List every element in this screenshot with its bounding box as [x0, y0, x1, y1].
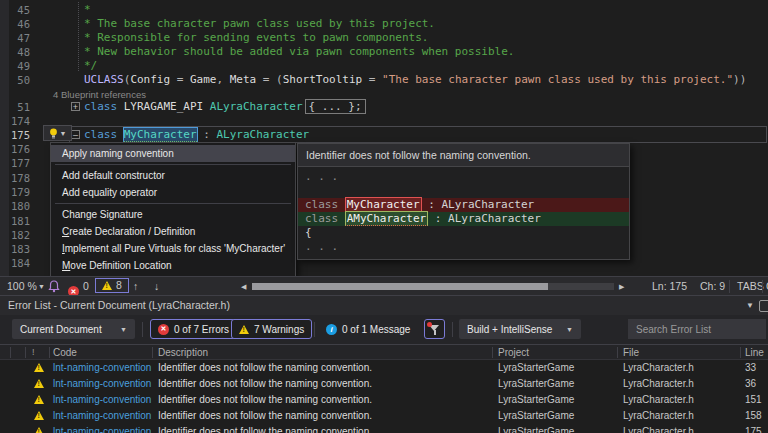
error-code-link[interactable]: lnt-naming-convention [53, 408, 151, 424]
line-number: 46 [0, 17, 30, 31]
zoom-dropdown-caret[interactable]: ▼ [38, 277, 45, 296]
quick-actions-menu: Apply naming conventionAdd default const… [50, 142, 296, 276]
code-health-icon[interactable] [48, 280, 60, 293]
warning-icon [102, 281, 112, 290]
old-identifier: MyCharacter [345, 197, 422, 212]
error-line: 151 [745, 392, 762, 408]
code-line[interactable]: 45* [0, 3, 768, 17]
error-row[interactable]: lnt-naming-conventionIdentifier does not… [0, 408, 768, 424]
error-row[interactable]: lnt-naming-conventionIdentifier does not… [0, 424, 768, 433]
line-number: 181 [0, 214, 30, 228]
scroll-right-arrow[interactable]: ▶ [619, 277, 624, 296]
chevron-down-icon: ▼ [60, 130, 67, 137]
menu-separator [55, 164, 291, 165]
error-row[interactable]: lnt-naming-conventionIdentifier does not… [0, 392, 768, 408]
line-number: 179 [0, 185, 30, 199]
line-number: 176 [0, 142, 30, 156]
column-header-line[interactable]: Line [745, 345, 764, 360]
error-row[interactable]: lnt-naming-conventionIdentifier does not… [0, 360, 768, 376]
error-code-link[interactable]: lnt-naming-convention [53, 376, 151, 392]
warning-icon [239, 325, 249, 334]
menu-item[interactable]: Change Signature [51, 206, 295, 223]
horizontal-scrollbar[interactable] [252, 283, 614, 290]
diff-removed-line: class MyCharacter : ALyraCharacter [298, 198, 629, 212]
line-number: 178 [0, 171, 30, 185]
menu-item[interactable]: Add default constructor [51, 167, 295, 184]
pin-icon[interactable] [759, 300, 768, 312]
line-number: 174 [0, 114, 30, 128]
panel-title: Error List - Current Document (LyraChara… [8, 296, 230, 315]
warnings-filter-toggle[interactable]: 7 Warnings [231, 319, 312, 339]
error-line: 175 [745, 424, 762, 433]
menu-item[interactable]: Apply naming convention [51, 145, 295, 162]
code-text: */ [84, 59, 97, 73]
menu-item[interactable]: Implement all Pure Virtuals for class 'M… [51, 240, 295, 257]
build-filter-dropdown[interactable]: Build + IntelliSense ▼ [459, 319, 581, 339]
column-header-code[interactable]: Code [53, 345, 77, 360]
error-project: LyraStarterGame [498, 376, 574, 392]
code-editor[interactable]: 45*46* The base character pawn class use… [0, 0, 768, 276]
scope-filter-dropdown[interactable]: Current Document ▼ [12, 319, 135, 339]
quick-actions-lightbulb[interactable]: ▼ [43, 125, 72, 141]
code-line[interactable]: 47* Responsible for sending events to pa… [0, 31, 768, 45]
line-number: 45 [0, 3, 30, 17]
tabs-indicator[interactable]: TABS [737, 277, 764, 296]
code-line[interactable]: 51+class LYRAGAME_API ALyraCharacter{ ..… [0, 100, 768, 114]
window-menu-chevron-icon[interactable]: ▼ [746, 296, 754, 315]
code-line[interactable]: 50UCLASS(Config = Game, Meta = (ShortToo… [0, 73, 768, 87]
error-description: Identifier does not follow the naming co… [158, 392, 372, 408]
column-header-description[interactable]: Description [158, 345, 208, 360]
error-count-icon[interactable]: ✕ [68, 281, 79, 292]
chevron-down-icon: ▼ [566, 326, 573, 333]
severity-column-icon[interactable]: ! [32, 348, 39, 357]
scroll-left-arrow[interactable]: ◀ [241, 277, 246, 296]
error-description: Identifier does not follow the naming co… [158, 424, 372, 433]
error-description: Identifier does not follow the naming co… [158, 360, 372, 376]
info-icon: i [326, 324, 337, 335]
error-list-toolbar: Current Document ▼ ✕ 0 of 7 Errors 7 War… [0, 315, 768, 344]
collapsed-code-ellipsis: . . . [298, 170, 629, 184]
search-error-list-input[interactable]: Search Error List [628, 319, 766, 339]
menu-item[interactable]: Move Definition Location [51, 257, 295, 274]
code-text: * Responsible for sending events to pawn… [84, 31, 428, 45]
error-list-title-bar[interactable]: Error List - Current Document (LyraChara… [0, 295, 768, 315]
error-line: 36 [745, 376, 756, 392]
menu-item[interactable]: Create Declaration / Definition [51, 223, 295, 240]
refactor-preview-popup: Identifier does not follow the naming co… [297, 143, 630, 260]
scrollbar-thumb[interactable] [252, 283, 548, 290]
zoom-level[interactable]: 100 % [7, 277, 37, 296]
next-issue-button[interactable]: ↓ [154, 277, 159, 296]
fold-expand-icon[interactable]: + [71, 102, 80, 111]
error-file: LyraCharacter.h [623, 360, 694, 376]
errors-filter-toggle[interactable]: ✕ 0 of 7 Errors [150, 319, 237, 339]
previous-issue-button[interactable]: ↑ [133, 277, 138, 296]
menu-separator [55, 203, 291, 204]
code-line[interactable]: 48* New behavior should be added via paw… [0, 45, 768, 59]
error-file: LyraCharacter.h [623, 424, 694, 433]
diagnostic-message: Identifier does not follow the naming co… [298, 144, 629, 167]
line-number: 184 [0, 256, 30, 270]
error-row[interactable]: lnt-naming-conventionIdentifier does not… [0, 376, 768, 392]
code-line[interactable]: 49*/ [0, 59, 768, 73]
warning-icon [34, 395, 44, 404]
error-code-link[interactable]: lnt-naming-convention [53, 424, 151, 433]
error-code-link[interactable]: lnt-naming-convention [53, 360, 151, 376]
warning-icon [34, 379, 44, 388]
menu-item[interactable]: Add equality operator [51, 184, 295, 201]
column-header-file[interactable]: File [623, 345, 639, 360]
messages-filter-toggle[interactable]: i 0 of 1 Message [320, 319, 416, 339]
warning-filter-toggle[interactable]: 8 [95, 278, 129, 293]
line-number: 182 [0, 228, 30, 242]
filter-button[interactable] [424, 319, 445, 339]
error-file: LyraCharacter.h [623, 376, 694, 392]
code-text: UCLASS(Config = Game, Meta = (ShortToolt… [84, 73, 746, 87]
line-number: 49 [0, 59, 30, 73]
search-placeholder: Search Error List [636, 324, 711, 335]
line-number: 177 [0, 156, 30, 170]
error-description: Identifier does not follow the naming co… [158, 408, 372, 424]
error-code-link[interactable]: lnt-naming-convention [53, 392, 151, 408]
code-line[interactable]: 46* The base character pawn class used b… [0, 17, 768, 31]
column-header-project[interactable]: Project [498, 345, 529, 360]
line-number: 47 [0, 31, 30, 45]
error-count[interactable]: 0 [83, 277, 89, 296]
